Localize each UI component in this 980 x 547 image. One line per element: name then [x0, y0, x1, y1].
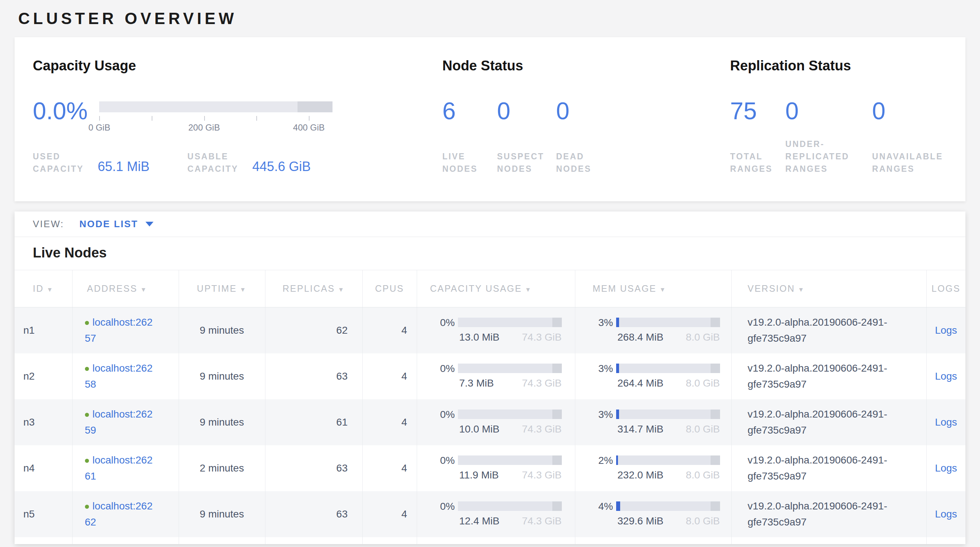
empty-cell: [417, 537, 575, 544]
capacity-usage-bar: [458, 318, 562, 327]
node-id-cell: n5: [14, 491, 72, 537]
mem-usage-used-value: 329.6 MiB: [616, 515, 663, 527]
node-logs-link[interactable]: Logs: [935, 508, 957, 520]
capacity-usage-bar: [458, 501, 562, 511]
node-capacity-cell: 0%10.0 MiB74.3 GiB: [417, 399, 575, 445]
replication-status-stat-value: 75: [730, 97, 786, 125]
node-address-cell: localhost:26257: [72, 307, 179, 353]
sort-arrow-icon: ▼: [140, 286, 147, 293]
node-version: v19.2.0-alpha.20190606-2491-gfe735c9a97: [748, 314, 915, 347]
mem-usage-bar-fill: [616, 410, 619, 419]
mem-usage-bar-fill: [616, 364, 619, 373]
column-header-cpus: CPUS: [363, 270, 417, 307]
column-header-address[interactable]: ADDRESS▼: [72, 270, 179, 307]
replication-status-stat-value: 0: [872, 97, 947, 125]
mem-usage-values: 232.0 MiB8.0 GiB: [616, 469, 720, 481]
node-uptime-cell: 9 minutes: [179, 399, 265, 445]
view-selected-value: NODE LIST: [80, 218, 138, 230]
column-header-capacity[interactable]: CAPACITY USAGE▼: [417, 270, 575, 307]
column-header-uptime[interactable]: UPTIME▼: [179, 270, 265, 307]
mem-usage: 3%264.4 MiB8.0 GiB: [575, 364, 731, 389]
node-replicas-cell: 63: [265, 491, 363, 537]
view-selector-dropdown[interactable]: NODE LIST: [80, 218, 153, 230]
capacity-usage-used-value: 13.0 MiB: [458, 331, 500, 343]
mem-usage-bar-stack: 329.6 MiB8.0 GiB: [616, 501, 720, 527]
node-version-cell: v19.2.0-alpha.20190606-2491-gfe735c9a97: [731, 307, 926, 353]
sort-arrow-icon: ▼: [338, 286, 345, 293]
mem-usage-bar-stack: 314.7 MiB8.0 GiB: [616, 410, 720, 435]
mem-usage-values: 314.7 MiB8.0 GiB: [616, 423, 720, 435]
node-cpus-cell: 4: [363, 445, 417, 491]
node-logs-link[interactable]: Logs: [935, 324, 957, 336]
node-address-link[interactable]: localhost:26261: [85, 454, 153, 482]
axis-tick: [99, 116, 100, 121]
replication-status-stat-label: UNAVAILABLE RANGES: [872, 150, 947, 175]
axis-tick-label: 400 GiB: [293, 122, 325, 133]
sort-arrow-icon: ▼: [798, 286, 805, 293]
capacity-usage-used-value: 10.0 MiB: [458, 423, 500, 435]
node-status-heading: Node Status: [442, 57, 730, 74]
table-header-row: ID▼ADDRESS▼UPTIME▼REPLICAS▼CPUSCAPACITY …: [14, 270, 966, 307]
node-replicas-cell: 61: [265, 399, 363, 445]
node-capacity-cell: 0%12.4 MiB74.3 GiB: [417, 491, 575, 537]
node-address-link[interactable]: localhost:26259: [85, 409, 153, 436]
column-header-id[interactable]: ID▼: [14, 270, 72, 307]
column-header-label: REPLICAS: [283, 283, 335, 294]
mem-usage-bar-stack: 232.0 MiB8.0 GiB: [616, 455, 720, 481]
capacity-axis-labels: 0 GiB200 GiB400 GiB: [99, 122, 332, 134]
column-header-label: UPTIME: [197, 283, 237, 294]
replication-status-stat-value: 0: [785, 97, 872, 125]
mem-usage-bar-reserved-segment: [711, 455, 720, 465]
mem-usage-bar-fill: [616, 455, 618, 465]
node-address-link[interactable]: localhost:26257: [85, 316, 153, 344]
node-replicas-cell: 62: [265, 307, 363, 353]
table-row-partial: [14, 537, 966, 544]
mem-usage-total-value: 8.0 GiB: [686, 515, 720, 527]
table-row-n2: n2localhost:262589 minutes6340%7.3 MiB74…: [14, 353, 966, 399]
empty-cell: [926, 537, 966, 544]
capacity-usage-bar-reserved-segment: [552, 410, 562, 419]
node-address-link[interactable]: localhost:26258: [85, 363, 153, 390]
node-logs-cell: Logs: [926, 307, 966, 353]
mem-usage-bar: [616, 364, 720, 373]
replication-status-stat-label: TOTAL RANGES: [730, 150, 786, 175]
table-row-n3: n3localhost:262599 minutes6140%10.0 MiB7…: [14, 399, 966, 445]
node-address: localhost:26259: [85, 406, 156, 438]
node-capacity-cell: 0%13.0 MiB74.3 GiB: [417, 307, 575, 353]
capacity-usage-bar: [458, 364, 562, 373]
axis-tick: [204, 116, 205, 121]
empty-cell: [363, 537, 417, 544]
node-logs-link[interactable]: Logs: [935, 417, 957, 428]
node-id-cell: n4: [14, 445, 72, 491]
node-address-cell: localhost:26259: [72, 399, 179, 445]
capacity-usage-bar-stack: 7.3 MiB74.3 GiB: [458, 364, 562, 389]
axis-tick-label: 200 GiB: [188, 122, 220, 133]
node-logs-link[interactable]: Logs: [935, 463, 957, 474]
axis-tick: [309, 116, 310, 121]
node-replicas-cell: 63: [265, 445, 363, 491]
node-address-link[interactable]: localhost:26262: [85, 500, 153, 528]
mem-usage-bar: [616, 455, 720, 465]
mem-usage-bar: [616, 410, 720, 419]
empty-cell: [72, 537, 179, 544]
capacity-stat-label: USABLE CAPACITY: [188, 150, 249, 175]
sort-arrow-icon: ▼: [240, 286, 247, 293]
node-status-stat-label: SUSPECT NODES: [497, 150, 545, 175]
column-header-label: CPUS: [375, 283, 404, 294]
capacity-usage-percent: 0%: [417, 410, 455, 420]
node-address-cell: localhost:26261: [72, 445, 179, 491]
column-header-version[interactable]: VERSION▼: [731, 270, 926, 307]
page-title: CLUSTER OVERVIEW: [18, 10, 980, 28]
sort-arrow-icon: ▼: [47, 286, 54, 293]
node-logs-link[interactable]: Logs: [935, 370, 957, 382]
capacity-usage: 0%13.0 MiB74.3 GiB: [417, 318, 575, 343]
mem-usage-bar-reserved-segment: [711, 501, 720, 511]
node-address: localhost:26257: [85, 314, 156, 347]
column-header-replicas[interactable]: REPLICAS▼: [265, 270, 363, 307]
node-memory-cell: 3%314.7 MiB8.0 GiB: [575, 399, 731, 445]
live-nodes-title: Live Nodes: [14, 237, 966, 270]
column-header-memory[interactable]: MEM USAGE▼: [575, 270, 731, 307]
capacity-usage-total-value: 74.3 GiB: [522, 515, 562, 527]
node-memory-cell: 4%329.6 MiB8.0 GiB: [575, 491, 731, 537]
capacity-stats: USED CAPACITY65.1 MiBUSABLE CAPACITY445.…: [33, 150, 442, 175]
